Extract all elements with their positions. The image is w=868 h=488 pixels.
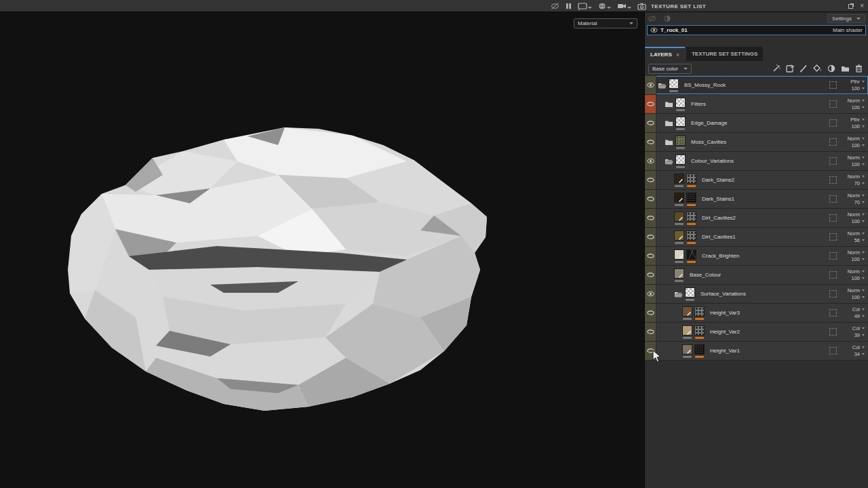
- layer-color-swatch[interactable]: [674, 268, 684, 279]
- add-smart-mask-icon[interactable]: [786, 64, 794, 73]
- layer-color-swatch[interactable]: [674, 211, 684, 222]
- rock-model[interactable]: [54, 114, 502, 426]
- channel-filter-dropdown[interactable]: Base color: [648, 64, 692, 74]
- fill-thumbnail[interactable]: [682, 325, 692, 339]
- visibility-toggle[interactable]: [645, 285, 656, 303]
- layer-thumbnail[interactable]: [675, 117, 686, 127]
- layer-mask-thumbnail[interactable]: [694, 306, 705, 317]
- blend-mode-dropdown[interactable]: Pthr: [840, 117, 865, 123]
- layer-row[interactable]: Moss_CavitiesNorm100: [645, 133, 868, 152]
- blend-mode-dropdown[interactable]: Norm: [840, 155, 865, 161]
- opacity-dropdown[interactable]: 34: [840, 351, 865, 357]
- add-effect-icon[interactable]: [772, 64, 781, 73]
- mask-slot[interactable]: [829, 214, 837, 222]
- layer-row[interactable]: Dark_Stains2Norm70: [645, 171, 868, 190]
- camera-mode-icon[interactable]: [617, 3, 631, 9]
- folder-icon[interactable]: [658, 82, 667, 89]
- layer-row[interactable]: Height_Var1Col34: [645, 342, 868, 361]
- fill-thumbnail[interactable]: [682, 306, 692, 320]
- layer-mask-thumbnail[interactable]: [686, 174, 696, 184]
- layer-row[interactable]: Dirt_Cavities2Norm100: [645, 209, 868, 228]
- opacity-dropdown[interactable]: 70: [840, 180, 865, 186]
- blend-mode-dropdown[interactable]: Col: [840, 344, 865, 350]
- blend-mode-dropdown[interactable]: Norm: [840, 136, 865, 142]
- fill-thumbnail[interactable]: [674, 268, 684, 282]
- delete-layer-icon[interactable]: [855, 64, 863, 73]
- close-icon[interactable]: ×: [860, 3, 864, 9]
- visibility-toggle[interactable]: [645, 342, 656, 360]
- shader-link[interactable]: Main shader: [833, 27, 863, 33]
- layer-row[interactable]: Height_Var3Col49: [645, 304, 868, 323]
- opacity-dropdown[interactable]: 100: [840, 294, 865, 300]
- fill-thumbnail[interactable]: [682, 344, 692, 358]
- mask-slot[interactable]: [829, 157, 837, 165]
- visibility-toggle[interactable]: [645, 133, 656, 151]
- layer-color-swatch[interactable]: [674, 174, 684, 184]
- settings-button[interactable]: Settings: [827, 14, 865, 23]
- layer-color-swatch[interactable]: [682, 344, 692, 354]
- layer-color-swatch[interactable]: [674, 192, 684, 203]
- layer-row[interactable]: Height_Var2Col39: [645, 323, 868, 342]
- opacity-dropdown[interactable]: 100: [840, 104, 865, 110]
- opacity-dropdown[interactable]: 100: [840, 142, 865, 148]
- mask-slot[interactable]: [829, 176, 837, 184]
- mask-slot[interactable]: [829, 309, 837, 317]
- layer-mask-thumbnail[interactable]: [694, 325, 705, 336]
- blend-mode-dropdown[interactable]: Col: [840, 306, 865, 312]
- layer-color-swatch[interactable]: [674, 249, 684, 260]
- mask-slot[interactable]: [829, 347, 837, 354]
- layer-row[interactable]: Surface_VariationsNorm100: [645, 285, 868, 304]
- group-thumbnail[interactable]: [675, 117, 686, 130]
- screenshot-icon[interactable]: [637, 3, 646, 10]
- visibility-toggle[interactable]: [645, 114, 656, 132]
- folder-icon[interactable]: [665, 101, 673, 108]
- folder-icon[interactable]: [674, 291, 683, 298]
- mask-thumbnail[interactable]: [694, 306, 705, 320]
- mask-slot[interactable]: [829, 138, 837, 146]
- mask-slot[interactable]: [829, 271, 837, 279]
- layer-thumbnail[interactable]: [675, 98, 686, 108]
- mask-thumbnail[interactable]: [686, 249, 696, 263]
- eye-icon[interactable]: [650, 27, 658, 33]
- visibility-toggle[interactable]: [645, 323, 656, 341]
- display-mode-icon[interactable]: [578, 3, 592, 10]
- fill-thumbnail[interactable]: [674, 192, 684, 206]
- opacity-dropdown[interactable]: 100: [840, 161, 865, 167]
- mask-thumbnail[interactable]: [694, 344, 705, 358]
- opacity-dropdown[interactable]: 39: [840, 332, 865, 338]
- group-thumbnail[interactable]: [675, 98, 686, 111]
- fill-thumbnail[interactable]: [674, 230, 684, 244]
- layer-mask-thumbnail[interactable]: [686, 211, 696, 222]
- blend-mode-dropdown[interactable]: Norm: [840, 287, 865, 293]
- opacity-dropdown[interactable]: 100: [840, 123, 865, 129]
- texture-set-row[interactable]: T_rock_01 Main shader: [647, 25, 866, 35]
- visibility-toggle[interactable]: [645, 95, 656, 113]
- mask-slot[interactable]: [829, 290, 837, 298]
- layer-thumbnail[interactable]: [685, 287, 695, 298]
- group-thumbnail[interactable]: [675, 155, 686, 168]
- visibility-toggle[interactable]: [645, 304, 656, 322]
- opacity-dropdown[interactable]: 49: [840, 313, 865, 319]
- fill-thumbnail[interactable]: [674, 174, 684, 187]
- opacity-dropdown[interactable]: 70: [840, 199, 865, 205]
- group-thumbnail[interactable]: [675, 136, 686, 149]
- layer-row[interactable]: Colour_VariationsNorm100: [645, 152, 868, 171]
- mask-slot[interactable]: [829, 119, 837, 127]
- visibility-toggle[interactable]: [645, 209, 656, 227]
- mask-thumbnail[interactable]: [686, 174, 696, 187]
- visibility-toggle[interactable]: [645, 247, 656, 265]
- mask-slot[interactable]: [829, 100, 837, 108]
- add-fill-layer-icon[interactable]: [813, 64, 822, 73]
- mask-thumbnail[interactable]: [686, 192, 696, 206]
- float-window-icon[interactable]: [848, 4, 853, 9]
- mask-thumbnail[interactable]: [686, 230, 696, 244]
- visibility-toggle[interactable]: [645, 266, 656, 284]
- layer-color-swatch[interactable]: [682, 306, 692, 317]
- opacity-dropdown[interactable]: 100: [840, 256, 865, 262]
- blend-mode-dropdown[interactable]: Norm: [840, 268, 865, 274]
- layer-row[interactable]: Edge_DamagePthr100: [645, 114, 868, 133]
- hide-ui-icon[interactable]: [551, 2, 559, 10]
- add-paint-layer-icon[interactable]: [800, 64, 808, 73]
- viewport-3d[interactable]: Material: [0, 12, 644, 488]
- fill-thumbnail[interactable]: [674, 249, 684, 263]
